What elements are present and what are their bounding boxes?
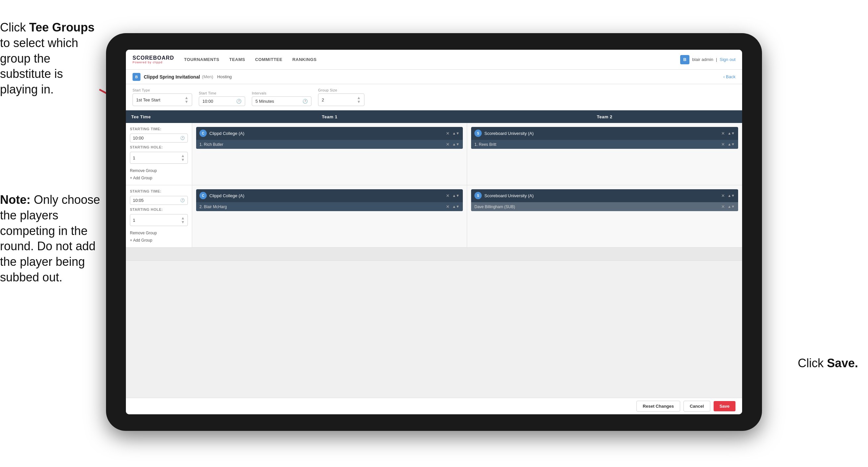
tablet-device: SCOREBOARD Powered by clippd TOURNAMENTS… [106, 33, 762, 431]
starting-time-value-2: 10:05 [133, 198, 144, 203]
tournament-gender: (Men) [202, 74, 213, 79]
starting-hole-input-2[interactable]: 1 ▲▼ [130, 214, 188, 226]
start-time-label: Start Time [199, 91, 245, 95]
click-save-label: Click Save. [798, 356, 858, 370]
starting-time-label-1: STARTING TIME: [130, 127, 188, 131]
col-team1: Team 1 [192, 114, 467, 119]
nav-teams[interactable]: TEAMS [229, 56, 245, 63]
group-size-label: Group Size [318, 88, 365, 92]
player-remove-g2-t1-1[interactable]: ✕ [446, 204, 450, 209]
team-card-g2-t2-name: Scoreboard University (A) [484, 193, 719, 198]
player-name-g1-t1-1: 1. Rich Butler [199, 142, 443, 147]
team-card-g1-t2-arrows: ▲▼ [727, 132, 735, 135]
hole-spinner-1: ▲▼ [181, 154, 185, 162]
player-name-g2-t1-1: 2. Blair McHarg [199, 204, 443, 209]
team-card-g2-t2-remove[interactable]: ✕ [721, 193, 725, 198]
note-label: Note: [0, 193, 34, 206]
group-size-field: Group Size 2 ▲▼ [318, 88, 365, 106]
reset-changes-button[interactable]: Reset Changes [637, 401, 680, 412]
add-group-btn-2[interactable]: + Add Group [130, 237, 188, 243]
nav-tournaments[interactable]: TOURNAMENTS [184, 56, 219, 63]
click-save-prefix: Click [798, 356, 827, 370]
click-save-bold: Save. [827, 356, 858, 370]
player-remove-g1-t1-1[interactable]: ✕ [446, 142, 450, 147]
start-type-input[interactable]: 1st Tee Start ▲▼ [132, 93, 192, 106]
back-link[interactable]: ‹ Back [723, 74, 736, 79]
starting-hole-input-1[interactable]: 1 ▲▼ [130, 152, 188, 164]
team-card-g1-t2-header: S Scoreboard University (A) ✕ ▲▼ [471, 127, 738, 140]
start-time-input[interactable]: 10:00 🕐 [199, 96, 245, 106]
top-instruction: Click Tee Groups to select which group t… [0, 20, 103, 97]
group-row-1: STARTING TIME: 10:00 🕐 STARTING HOLE: 1 … [126, 123, 742, 185]
team-card-g1-t1-name: Clippd College (A) [209, 131, 443, 136]
player-remove-g2-t2-1[interactable]: ✕ [721, 204, 725, 209]
player-arrows-g2-t1-1: ▲▼ [452, 205, 460, 208]
player-row-g2-t1-1: 2. Blair McHarg ✕ ▲▼ [196, 202, 463, 211]
group-2-team1-col: C Clippd College (A) ✕ ▲▼ 2. Blair McHar… [192, 185, 467, 247]
player-arrows-g2-t2-1: ▲▼ [727, 205, 735, 208]
team-card-g1-t1-remove[interactable]: ✕ [446, 131, 450, 136]
start-type-value: 1st Tee Start [136, 97, 160, 103]
group-2-team2-col: S Scoreboard University (A) ✕ ▲▼ Dave Bi… [467, 185, 742, 247]
starting-hole-label-1: STARTING HOLE: [130, 145, 188, 149]
team-card-g2-t2-header: S Scoreboard University (A) ✕ ▲▼ [471, 189, 738, 202]
add-group-btn-1[interactable]: + Add Group [130, 175, 188, 181]
team-card-g2-t2: S Scoreboard University (A) ✕ ▲▼ Dave Bi… [471, 189, 738, 211]
team-card-g1-t2: S Scoreboard University (A) ✕ ▲▼ 1. Rees… [471, 127, 738, 149]
sign-out-link[interactable]: Sign out [720, 57, 736, 62]
col-team2: Team 2 [467, 114, 742, 119]
avatar: B [680, 55, 689, 64]
starting-time-input-1[interactable]: 10:00 🕐 [130, 134, 188, 143]
save-button[interactable]: Save [714, 401, 736, 411]
team-card-g1-t2-remove[interactable]: ✕ [721, 131, 725, 136]
intervals-input[interactable]: 5 Minutes 🕐 [252, 96, 311, 106]
team-card-g2-t1-icon: C [199, 192, 207, 199]
hosting-badge: Hosting [217, 74, 232, 79]
team-card-g2-t2-controls: ✕ ▲▼ [721, 193, 735, 198]
team-card-g2-t1: C Clippd College (A) ✕ ▲▼ 2. Blair McHar… [196, 189, 463, 211]
player-remove-g1-t2-1[interactable]: ✕ [721, 142, 725, 147]
team-card-g1-t2-controls: ✕ ▲▼ [721, 131, 735, 136]
user-label: blair admin [692, 57, 713, 62]
nav-committee[interactable]: COMMITTEE [255, 56, 283, 63]
breadcrumb-icon: B [132, 73, 141, 81]
intervals-value: 5 Minutes [255, 99, 274, 104]
starting-hole-value-2: 1 [133, 218, 135, 223]
clock-icon: 🕐 [236, 99, 242, 104]
group-size-value: 2 [322, 97, 324, 103]
top-instruction-text1: Click [0, 21, 29, 34]
remove-group-btn-1[interactable]: Remove Group [130, 168, 188, 174]
group-size-spinner: ▲▼ [357, 96, 361, 104]
group-1-team1-col: C Clippd College (A) ✕ ▲▼ 1. Rich Butler… [192, 123, 467, 185]
team-card-g2-t1-remove[interactable]: ✕ [446, 193, 450, 198]
player-name-g2-t2-1: Dave Billingham (SUB) [474, 204, 719, 209]
nav-separator: | [716, 57, 717, 62]
tee-table: Tee Time Team 1 Team 2 STARTING TIME: 10… [126, 110, 742, 398]
remove-group-btn-2[interactable]: Remove Group [130, 230, 188, 236]
top-instruction-bold: Tee Groups [29, 21, 94, 34]
start-type-label: Start Type [132, 88, 192, 92]
team-card-g1-t1-arrows: ▲▼ [452, 132, 460, 135]
starting-time-input-2[interactable]: 10:05 🕐 [130, 196, 188, 205]
nav-items: TOURNAMENTS TEAMS COMMITTEE RANKINGS [184, 56, 681, 63]
player-arrows-g1-t2-1: ▲▼ [727, 143, 735, 146]
cancel-button[interactable]: Cancel [683, 401, 710, 412]
starting-hole-value-1: 1 [133, 155, 135, 160]
group-2-actions: Remove Group + Add Group [130, 230, 188, 243]
page-footer: Reset Changes Cancel Save [126, 398, 742, 414]
intervals-field: Intervals 5 Minutes 🕐 [252, 91, 311, 106]
intervals-clock-icon: 🕐 [303, 99, 308, 104]
app-logo: SCOREBOARD Powered by clippd [132, 55, 174, 64]
team-card-g1-t2-icon: S [474, 129, 482, 137]
team-card-g2-t2-icon: S [474, 192, 482, 199]
logo-subtitle: Powered by clippd [132, 61, 174, 64]
start-type-field: Start Type 1st Tee Start ▲▼ [132, 88, 192, 106]
group-2-controls: STARTING TIME: 10:05 🕐 STARTING HOLE: 1 … [126, 185, 192, 247]
top-instruction-text2: to select which group the substitute is … [0, 36, 78, 96]
start-config-row: Start Type 1st Tee Start ▲▼ Start Time 1… [126, 84, 742, 110]
team-card-g1-t2-name: Scoreboard University (A) [484, 131, 719, 136]
nav-rankings[interactable]: RANKINGS [292, 56, 316, 63]
group-size-input[interactable]: 2 ▲▼ [318, 93, 365, 106]
group-row-2: STARTING TIME: 10:05 🕐 STARTING HOLE: 1 … [126, 185, 742, 247]
tournament-name: Clippd Spring Invitational [144, 74, 200, 80]
